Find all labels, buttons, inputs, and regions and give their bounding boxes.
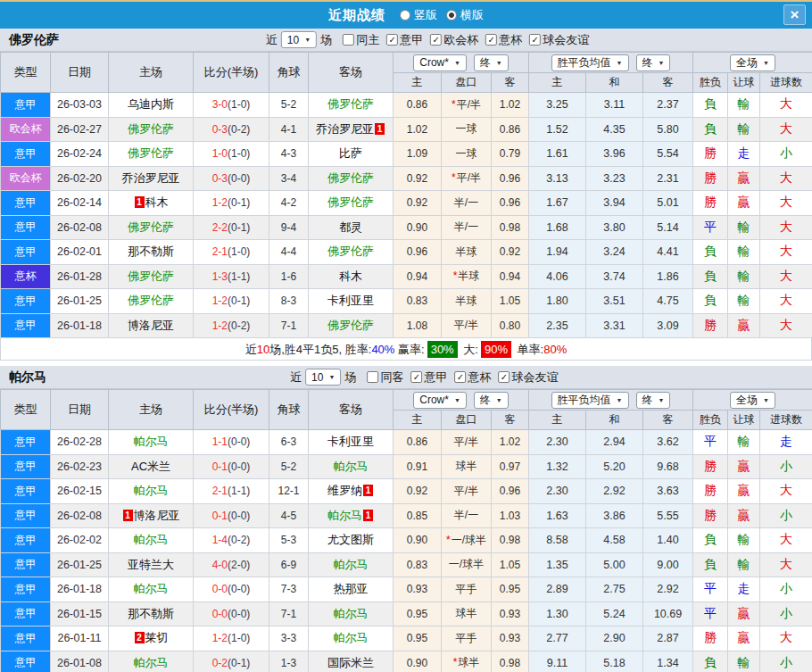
avg-odds-cell: 2.92 (643, 577, 693, 602)
handicap-cell: *半球 (442, 264, 492, 289)
match-date: 26-01-25 (51, 289, 109, 314)
odds-stage-select[interactable]: 终▼ (636, 392, 671, 409)
half-time-score: (0-0) (228, 436, 250, 448)
filter-checkbox[interactable] (367, 371, 378, 383)
chevron-down-icon: ▼ (763, 60, 769, 66)
league-badge: 意杯 (1, 264, 51, 289)
corners-cell: 9-4 (269, 215, 309, 240)
odds-source-select[interactable]: 胜平负均值▼ (551, 392, 629, 409)
odds-home: 0.90 (394, 528, 442, 553)
odds-source-select[interactable]: Crow*▼ (413, 54, 467, 71)
result-flag: 輸 (728, 430, 760, 455)
result-flag: 大 (760, 166, 812, 191)
modal-title: 近期战绩 (328, 7, 385, 24)
corners-cell: 4-5 (269, 503, 309, 528)
result-flag: 走 (728, 142, 760, 167)
league-badge: 意甲 (1, 577, 51, 602)
column-header: 主场 (109, 53, 194, 93)
result-flag: 贏 (728, 479, 760, 504)
filter-checkbox[interactable]: ✓ (498, 371, 510, 383)
handicap-label: 半球 (456, 245, 477, 258)
avg-odds-cell: 2.37 (643, 93, 693, 118)
team-label: 热那亚 (334, 582, 369, 595)
header-row: 类型日期主场比分(半场)角球客场Crow*▼终▼胜平负均值▼终▼全场▼ (1, 53, 812, 73)
odds-away: 0.98 (492, 215, 529, 240)
half-time-score: (0-0) (228, 608, 250, 620)
score-cell: 0-2(0-1) (194, 651, 269, 672)
filter-checkbox[interactable]: ✓ (386, 34, 398, 46)
handicap-cell: 平手 (442, 626, 492, 651)
team-name: 佛罗伦萨 (0, 32, 59, 48)
odds-home: 0.83 (394, 289, 442, 314)
league-badge: 意甲 (1, 430, 51, 455)
filter-checkbox[interactable]: ✓ (410, 371, 422, 383)
match-date: 26-02-02 (51, 528, 109, 553)
avg-odds-cell: 3.80 (586, 215, 643, 240)
filter-checkbox[interactable]: ✓ (529, 34, 541, 46)
odds-source-select[interactable]: 全场▼ (730, 392, 775, 409)
filter-checkbox-label: 意甲 (424, 369, 447, 386)
odds-home: 0.83 (394, 552, 442, 577)
filter-checkbox[interactable]: ✓ (485, 34, 497, 46)
avg-odds-cell: 2.87 (643, 626, 693, 651)
summary-row: 近10场,胜4平1负5, 胜率:40% 赢率:30% 大:90% 单率:80% (0, 338, 812, 361)
odds-source-select[interactable]: 全场▼ (730, 54, 775, 71)
team-label: 乔治罗尼亚 (316, 122, 374, 136)
layout-radio[interactable] (446, 10, 457, 21)
avg-odds-cell: 2.94 (586, 430, 643, 455)
full-time-score: 0-3 (212, 123, 228, 136)
layout-radio[interactable] (400, 10, 410, 21)
odds-stage-select[interactable]: 终▼ (474, 392, 509, 409)
score-cell: 0-1(0-0) (194, 454, 269, 479)
avg-odds-cell: 4.06 (529, 264, 586, 289)
full-time-score: 1-3 (212, 270, 228, 283)
star-marker: * (452, 98, 456, 111)
score-cell: 2-2(0-1) (194, 215, 269, 240)
corners-cell: 5-3 (269, 528, 309, 553)
away-team: 比萨 (309, 142, 394, 167)
result-flag: 平 (693, 577, 728, 602)
handicap-label: 平/半 (454, 436, 478, 448)
dropdown-value: 全场 (736, 393, 758, 408)
dropdown-value: 10 (311, 371, 323, 384)
home-team: 乌迪内斯 (109, 93, 194, 118)
score-cell: 0-3(0-0) (194, 166, 269, 191)
games-count-select[interactable]: 10▼ (281, 31, 317, 48)
full-time-score: 4-0 (212, 559, 228, 571)
handicap-label: 平/半 (457, 98, 481, 111)
team-label: 帕尔马 (334, 607, 369, 620)
chevron-down-icon: ▼ (617, 60, 623, 66)
odds-home: 0.92 (394, 166, 442, 191)
filter-checkbox[interactable] (343, 34, 354, 46)
result-flag: 大 (760, 264, 812, 289)
handicap-cell: 平/半 (442, 479, 492, 504)
full-time-score: 1-0 (212, 147, 228, 160)
league-badge: 意甲 (1, 479, 51, 504)
filter-checkbox[interactable]: ✓ (430, 34, 442, 46)
team-name: 帕尔马 (0, 369, 46, 386)
close-button[interactable]: × (783, 4, 806, 25)
result-flag: 輸 (728, 528, 760, 553)
games-count-select[interactable]: 10▼ (305, 369, 341, 386)
odds-away: 0.94 (492, 264, 529, 289)
result-flag: 負 (693, 117, 728, 142)
avg-odds-cell: 2.77 (529, 626, 586, 651)
odds-source-select[interactable]: 胜平负均值▼ (551, 54, 629, 71)
column-header: 客场 (309, 390, 394, 430)
half-time-score: (0-2) (228, 534, 250, 546)
half-time-score: (0-1) (228, 221, 250, 234)
filter-checkbox[interactable]: ✓ (454, 371, 466, 383)
avg-odds-cell: 5.18 (586, 651, 643, 672)
odds-source-select[interactable]: Crow*▼ (413, 392, 467, 409)
filter-checkbox-label: 球会友谊 (511, 369, 558, 386)
result-flag: 平 (693, 215, 728, 240)
away-team: 尤文图斯 (309, 528, 394, 553)
corners-cell: 1-3 (269, 651, 309, 672)
home-team: 佛罗伦萨 (109, 264, 194, 289)
odds-stage-select[interactable]: 终▼ (636, 54, 671, 71)
table-row: 意甲26-01-25佛罗伦萨1-2(0-1)8-3卡利亚里0.83半球1.051… (1, 289, 812, 314)
column-header: 主 (394, 73, 442, 93)
table-row: 意甲26-01-18博洛尼亚1-2(0-2)7-1佛罗伦萨1.08平/半0.80… (1, 313, 812, 338)
odds-stage-select[interactable]: 终▼ (474, 54, 509, 71)
away-team: 维罗纳1 (309, 479, 394, 504)
